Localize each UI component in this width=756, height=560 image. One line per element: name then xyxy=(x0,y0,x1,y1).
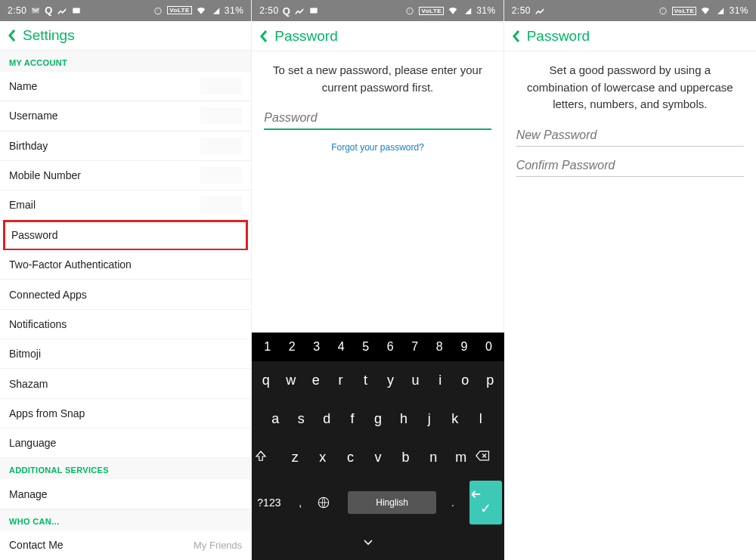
svg-rect-2 xyxy=(311,8,318,14)
chart-icon xyxy=(534,5,545,16)
row-mobile[interactable]: Mobile Number xyxy=(0,161,251,190)
status-bar: 2:50 VoLTE 31% xyxy=(504,0,756,21)
blur xyxy=(200,138,242,154)
key-v[interactable]: v xyxy=(365,442,392,473)
key-7[interactable]: 7 xyxy=(403,340,428,354)
signal-icon xyxy=(462,5,472,16)
new-password-input[interactable] xyxy=(516,124,744,147)
back-icon[interactable] xyxy=(8,29,17,42)
key-3[interactable]: 3 xyxy=(304,340,329,354)
row-name[interactable]: Name xyxy=(0,72,251,101)
blur xyxy=(200,167,242,184)
gmail-icon xyxy=(30,5,41,16)
shift-key[interactable] xyxy=(254,442,280,473)
key-n[interactable]: n xyxy=(420,442,447,473)
key-j[interactable]: j xyxy=(417,404,442,435)
collapse-keyboard-icon[interactable] xyxy=(363,531,393,553)
current-password-input[interactable] xyxy=(264,107,491,130)
backspace-key[interactable] xyxy=(476,442,502,473)
key-s[interactable]: s xyxy=(289,404,313,435)
comma-key[interactable]: , xyxy=(286,489,315,516)
key-4[interactable]: 4 xyxy=(329,340,354,354)
key-2[interactable]: 2 xyxy=(280,340,305,354)
wifi-icon xyxy=(196,5,206,16)
key-5[interactable]: 5 xyxy=(353,340,378,354)
key-r[interactable]: r xyxy=(329,365,352,396)
key-g[interactable]: g xyxy=(366,404,390,435)
screen-password-set: 2:50 VoLTE 31% Password Set a good passw… xyxy=(504,0,756,560)
screen-password-verify: 2:50 Q VoLTE 31% Password To set a new p… xyxy=(252,0,503,560)
row-twofa[interactable]: Two-Factor Authentication xyxy=(0,250,251,280)
picture-icon xyxy=(71,5,82,16)
key-t[interactable]: t xyxy=(354,365,377,396)
key-z[interactable]: z xyxy=(282,442,308,473)
settings-header: Settings xyxy=(0,21,251,51)
key-u[interactable]: u xyxy=(404,365,427,396)
blur xyxy=(200,196,242,213)
back-icon[interactable] xyxy=(512,29,521,43)
forgot-password-link[interactable]: Forgot your password? xyxy=(252,131,503,163)
keyboard[interactable]: 1234567890 qwertyuiop asdfghjkl zxcvbnm … xyxy=(252,333,503,560)
password-title: Password xyxy=(274,28,337,45)
screen-settings: 2:50 Q VoLTE 31% Settings MY ACCOUNT Nam… xyxy=(0,0,252,560)
key-e[interactable]: e xyxy=(304,365,327,396)
alarm-icon xyxy=(153,5,163,16)
key-q[interactable]: q xyxy=(254,365,277,396)
section-my-account: MY ACCOUNT xyxy=(0,51,251,72)
alarm-icon xyxy=(404,5,415,16)
key-c[interactable]: c xyxy=(337,442,364,473)
key-o[interactable]: o xyxy=(454,365,477,396)
row-manage[interactable]: Manage xyxy=(0,479,251,509)
password-instruction: To set a new password, please enter your… xyxy=(252,51,503,101)
alarm-icon xyxy=(658,5,668,16)
key-h[interactable]: h xyxy=(392,404,416,435)
row-bitmoji[interactable]: Bitmoji xyxy=(0,339,251,369)
key-a[interactable]: a xyxy=(263,404,287,435)
key-b[interactable]: b xyxy=(392,442,419,473)
row-apps-from-snap[interactable]: Apps from Snap xyxy=(0,399,251,429)
key-i[interactable]: i xyxy=(429,365,452,396)
key-l[interactable]: l xyxy=(469,404,493,435)
key-p[interactable]: p xyxy=(479,365,502,396)
row-connected-apps[interactable]: Connected Apps xyxy=(0,280,251,309)
key-d[interactable]: d xyxy=(314,404,339,435)
q-icon: Q xyxy=(45,5,53,16)
picture-icon xyxy=(308,5,319,16)
key-9[interactable]: 9 xyxy=(452,340,477,354)
symbols-key[interactable]: ?123 xyxy=(254,489,284,516)
signal-icon xyxy=(714,5,725,16)
enter-key[interactable]: ✓ xyxy=(469,481,502,524)
status-battery: 31% xyxy=(225,5,244,16)
keyboard-numrow: 1234567890 xyxy=(252,333,503,361)
row-email[interactable]: Email xyxy=(0,190,251,220)
globe-key[interactable] xyxy=(317,488,346,517)
row-contact-me[interactable]: Contact MeMy Friends xyxy=(0,531,251,560)
status-time: 2:50 xyxy=(8,5,26,16)
key-8[interactable]: 8 xyxy=(427,340,452,354)
key-0[interactable]: 0 xyxy=(476,340,501,354)
q-icon: Q xyxy=(283,5,291,17)
key-m[interactable]: m xyxy=(448,442,474,473)
back-icon[interactable] xyxy=(259,29,268,43)
row-username[interactable]: Username xyxy=(0,101,251,131)
signal-icon xyxy=(210,5,221,16)
key-6[interactable]: 6 xyxy=(378,340,403,354)
blur xyxy=(200,78,242,94)
key-x[interactable]: x xyxy=(310,442,336,473)
row-notifications[interactable]: Notifications xyxy=(0,310,251,339)
key-f[interactable]: f xyxy=(340,404,364,435)
confirm-password-input[interactable] xyxy=(516,154,744,177)
row-language[interactable]: Language xyxy=(0,429,251,458)
period-key[interactable]: . xyxy=(438,489,467,516)
wifi-icon xyxy=(700,5,711,16)
row-password[interactable]: Password xyxy=(3,220,248,251)
row-birthday[interactable]: Birthday xyxy=(0,131,251,161)
key-y[interactable]: y xyxy=(379,365,402,396)
key-1[interactable]: 1 xyxy=(255,340,280,354)
key-k[interactable]: k xyxy=(443,404,467,435)
space-key[interactable]: Hinglish xyxy=(348,491,437,514)
key-w[interactable]: w xyxy=(279,365,302,396)
status-bar: 2:50 Q VoLTE 31% xyxy=(252,0,503,21)
row-shazam[interactable]: Shazam xyxy=(0,369,251,398)
settings-title: Settings xyxy=(23,27,75,44)
